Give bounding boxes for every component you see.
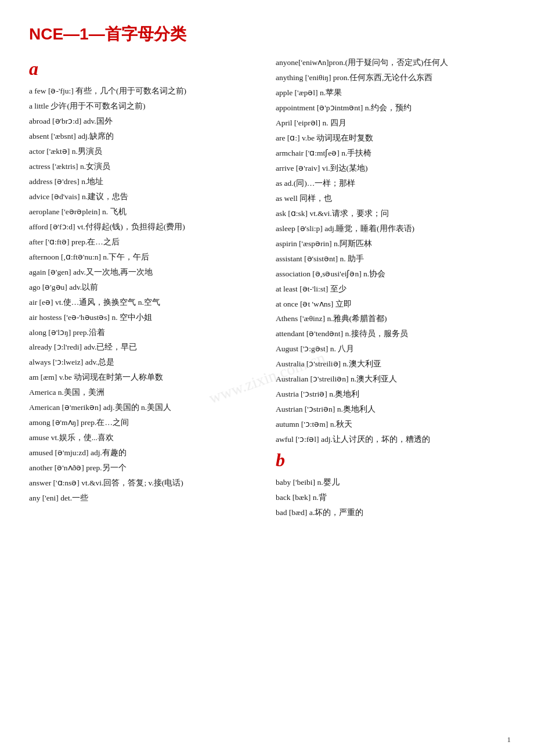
list-item: air hostess ['eə-'həustəs] n. 空中小姐 bbox=[29, 311, 258, 325]
list-item: afternoon [,ɑ:ftə'nu:n] n.下午，午后 bbox=[29, 250, 258, 265]
left-entries-container: a few [ə-'fju:] 有些，几个(用于可数名词之前)a little … bbox=[29, 84, 258, 506]
list-item: autumn ['ɔ:təm] n.秋天 bbox=[276, 417, 505, 432]
list-item: advice [əd'vais] n.建议，忠告 bbox=[29, 190, 258, 204]
list-item: air [eə] vt.使…通风，换换空气 n.空气 bbox=[29, 296, 258, 310]
list-item: are [ɑ:] v.be 动词现在时复数 bbox=[276, 131, 505, 146]
list-item: always ['ɔ:lweiz] adv.总是 bbox=[29, 355, 258, 370]
list-item: back [bæk] n.背 bbox=[276, 491, 505, 505]
list-item: baby ['beibi] n.婴儿 bbox=[276, 476, 505, 490]
list-item: apple ['æpəl] n.苹果 bbox=[276, 86, 505, 100]
list-item: anyone['eniwʌn]pron.(用于疑问句，否定式)任何人 bbox=[276, 56, 505, 70]
left-column: a a few [ə-'fju:] 有些，几个(用于可数名词之前)a littl… bbox=[29, 56, 258, 521]
right-column: anyone['eniwʌn]pron.(用于疑问句，否定式)任何人anythi… bbox=[276, 56, 505, 521]
list-item: abroad [ə'brɔ:d] adv.国外 bbox=[29, 114, 258, 129]
list-item: amuse vt.娱乐，使...喜欢 bbox=[29, 431, 258, 445]
list-item: ask [ɑ:sk] vt.&vi.请求，要求；问 bbox=[276, 207, 505, 221]
list-item: address [ə'dres] n.地址 bbox=[29, 175, 258, 189]
list-item: anything ['eniθiŋ] pron.任何东西,无论什么东西 bbox=[276, 71, 505, 85]
list-item: already [ɔ:l'redi] adv.已经，早已 bbox=[29, 340, 258, 355]
list-item: any ['eni] det.一些 bbox=[29, 491, 258, 506]
list-item: August ['ɔ:gəst] n. 八月 bbox=[276, 342, 505, 357]
list-item: Australian [ɔ'streiliən] n.澳大利亚人 bbox=[276, 372, 505, 387]
section-b-right: b bbox=[276, 449, 505, 471]
list-item: another [ə'nʌðə] prep.另一个 bbox=[29, 461, 258, 476]
list-item: among [ə'mʌŋ] prep.在…之间 bbox=[29, 416, 258, 430]
list-item: attendant [ə'tendənt] n.接待员，服务员 bbox=[276, 327, 505, 341]
list-item: bad [bæd] a.坏的，严重的 bbox=[276, 506, 505, 520]
section-a-left: a bbox=[29, 58, 258, 80]
list-item: actress ['æktris] n.女演员 bbox=[29, 160, 258, 174]
list-item: Athens ['æθinz] n.雅典(希腊首都) bbox=[276, 312, 505, 326]
list-item: again [ə'gen] adv.又一次地,再一次地 bbox=[29, 265, 258, 280]
list-item: ago [ə'gəu] adv.以前 bbox=[29, 280, 258, 295]
list-item: at least [ət-'li:st] 至少 bbox=[276, 282, 505, 297]
list-item: Austrian ['ɔstriən] n.奥地利人 bbox=[276, 402, 505, 417]
list-item: April ['eiprəl] n. 四月 bbox=[276, 116, 505, 131]
page-title: NCE—1—首字母分类 bbox=[29, 23, 505, 45]
list-item: after ['ɑ:ftə] prep.在…之后 bbox=[29, 235, 258, 250]
list-item: Australia [ɔ'streiliə] n.澳大利亚 bbox=[276, 357, 505, 372]
list-item: awful ['ɔ:fəl] adj.让人讨厌的，坏的，糟透的 bbox=[276, 433, 505, 447]
list-item: at once [ət 'wʌns] 立即 bbox=[276, 297, 505, 312]
list-item: aeroplane ['eərəplein] n. 飞机 bbox=[29, 205, 258, 219]
list-item: armchair ['ɑ:mtʃeə] n.手扶椅 bbox=[276, 146, 505, 161]
list-item: Austria ['ɔstriə] n.奥地利 bbox=[276, 387, 505, 402]
list-item: appointment [ə'pɔintmənt] n.约会，预约 bbox=[276, 101, 505, 116]
list-item: afford [ə'fɔ:d] vt.付得起(钱)，负担得起(费用) bbox=[29, 220, 258, 235]
list-item: am [æm] v.be 动词现在时第一人称单数 bbox=[29, 370, 258, 385]
list-item: answer ['ɑ:nsə] vt.&vi.回答，答复; v.接(电话) bbox=[29, 476, 258, 491]
right-entries-b-container: baby ['beibi] n.婴儿back [bæk] n.背bad [bæd… bbox=[276, 476, 505, 520]
list-item: arrive [ə'raiv] vi.到达(某地) bbox=[276, 161, 505, 176]
list-item: assistant [ə'sistənt] n. 助手 bbox=[276, 252, 505, 267]
list-item: along [ə'lɔŋ] prep.沿着 bbox=[29, 326, 258, 340]
list-item: a little 少许(用于不可数名词之前) bbox=[29, 99, 258, 114]
list-item: amused [ə'mju:zd] adj.有趣的 bbox=[29, 446, 258, 460]
right-entries-a-container: anyone['eniwʌn]pron.(用于疑问句，否定式)任何人anythi… bbox=[276, 56, 505, 447]
list-item: absent ['æbsnt] adj.缺席的 bbox=[29, 129, 258, 144]
list-item: as ad.(同)…一样；那样 bbox=[276, 177, 505, 191]
list-item: America n.美国，美洲 bbox=[29, 386, 258, 400]
list-item: association [ə,səusi'eiʃən] n.协会 bbox=[276, 267, 505, 282]
list-item: a few [ə-'fju:] 有些，几个(用于可数名词之前) bbox=[29, 84, 258, 99]
list-item: aspirin ['æspərin] n.阿斯匹林 bbox=[276, 237, 505, 251]
list-item: asleep [ə'sli:p] adj.睡觉，睡着(用作表语) bbox=[276, 222, 505, 236]
list-item: American [ə'merikən] adj.美国的 n.美国人 bbox=[29, 401, 258, 415]
list-item: as well 同样，也 bbox=[276, 192, 505, 206]
list-item: actor ['æktə] n.男演员 bbox=[29, 145, 258, 159]
content-columns: a a few [ə-'fju:] 有些，几个(用于可数名词之前)a littl… bbox=[29, 56, 505, 521]
